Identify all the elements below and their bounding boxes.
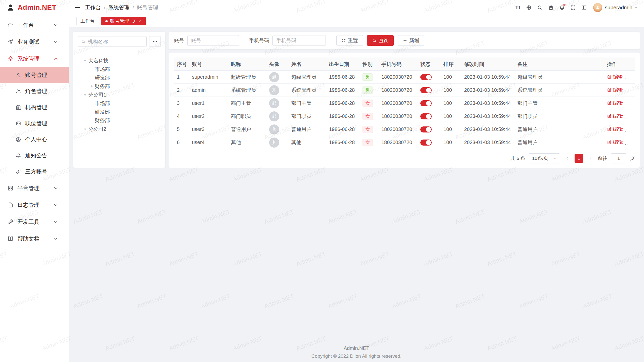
tree-node[interactable]: 分公司1 xyxy=(78,90,161,99)
sidebar-subitem[interactable]: 三方账号 xyxy=(0,164,69,180)
username[interactable]: superadmin xyxy=(605,5,632,11)
users-table: 序号账号昵称头像姓名出生日期性别手机号码状态排序修改时间备注操作1superad… xyxy=(174,58,635,149)
edit-button[interactable]: 编辑 xyxy=(607,113,623,119)
sidebar-item[interactable]: 开发工具 xyxy=(0,213,69,230)
cell-account: admin xyxy=(189,84,228,97)
tree-node[interactable]: 市场部 xyxy=(78,99,161,108)
tab[interactable]: 工作台 xyxy=(76,17,99,25)
org-more-button[interactable] xyxy=(149,36,161,47)
chevron-down-icon xyxy=(53,202,59,208)
cell-birth: 1986-06-28 xyxy=(326,123,359,136)
status-toggle[interactable] xyxy=(420,140,432,146)
layout-config-icon[interactable] xyxy=(579,0,590,15)
cell-modified: 2023-01-03 10:59:44 xyxy=(461,123,514,136)
notification-badge xyxy=(563,4,566,6)
language-icon[interactable] xyxy=(523,0,534,15)
org-search-input[interactable] xyxy=(88,39,143,44)
goto-page-input[interactable] xyxy=(611,153,626,163)
cell-birth: 1986-06-28 xyxy=(326,97,359,110)
user-icon xyxy=(16,72,21,78)
sidebar-item[interactable]: 系统管理 xyxy=(0,50,69,67)
fullscreen-icon[interactable] xyxy=(568,0,579,15)
cell-remark: 部门职员 xyxy=(514,110,601,123)
search-icon xyxy=(372,38,377,43)
cell-nickname: 超级管理员 xyxy=(228,71,266,84)
sidebar-subitem[interactable]: 个人中心 xyxy=(0,131,69,148)
sidebar-item[interactable]: 帮助文档 xyxy=(0,230,69,247)
sidebar-subitem[interactable]: 账号管理 xyxy=(0,67,69,83)
topbar-tools: Tt superadmin xyxy=(512,0,638,15)
status-toggle[interactable] xyxy=(420,126,432,132)
gender-badge: 女 xyxy=(363,126,373,133)
cell-account: superadmin xyxy=(189,71,228,84)
cell-sort: 100 xyxy=(440,110,461,123)
edit-button[interactable]: 编辑 xyxy=(607,100,623,106)
table-row: 5user3普通用户普普通用户1986-06-28女18020030720100… xyxy=(174,123,635,136)
hamburger-icon[interactable] xyxy=(74,5,80,11)
sidebar-subitem-label: 角色管理 xyxy=(25,87,47,95)
tree-node-label: 分公司1 xyxy=(88,92,106,98)
avatar[interactable] xyxy=(593,3,602,12)
sidebar-subitem[interactable]: 角色管理 xyxy=(0,83,69,99)
tab-label: 工作台 xyxy=(80,18,95,24)
footer-title: Admin.NET xyxy=(69,345,644,351)
edit-button[interactable]: 编辑 xyxy=(607,139,623,146)
tree-node[interactable]: 市场部 xyxy=(78,65,161,73)
edit-button[interactable]: 编辑 xyxy=(607,73,623,80)
sidebar-subitem[interactable]: 职位管理 xyxy=(0,115,69,131)
next-page-button[interactable] xyxy=(587,154,594,163)
cell-birth: 1986-06-28 xyxy=(326,71,359,84)
chevron-down-icon[interactable] xyxy=(634,6,638,9)
tree-node[interactable]: 财务部 xyxy=(78,82,161,90)
breadcrumb-item[interactable]: 工作台 xyxy=(85,4,101,11)
status-toggle[interactable] xyxy=(420,100,432,106)
tree-node[interactable]: 大名科技 xyxy=(78,56,161,65)
phone-filter-label: 手机号码 xyxy=(249,37,269,44)
sidebar-item[interactable]: 平台管理 xyxy=(0,180,69,197)
tools-icon xyxy=(8,219,13,225)
bell-icon[interactable] xyxy=(556,0,568,15)
row-avatar: 普 xyxy=(269,124,279,134)
cell-phone: 18020030720 xyxy=(378,71,417,84)
sidebar-item[interactable]: 业务测试 xyxy=(0,33,69,50)
pagination-total: 共 6 条 xyxy=(510,155,525,162)
sidebar-subitem-label: 三方账号 xyxy=(25,168,47,175)
skin-icon[interactable] xyxy=(545,0,556,15)
phone-input[interactable] xyxy=(272,35,326,46)
refresh-icon[interactable] xyxy=(131,19,135,23)
tree-node[interactable]: 研发部 xyxy=(78,73,161,82)
sidebar-item[interactable]: 日志管理 xyxy=(0,197,69,213)
sidebar-subitem[interactable]: 通知公告 xyxy=(0,148,69,164)
page-size-select[interactable]: 10条/页 xyxy=(529,153,560,163)
tree-node[interactable]: 研发部 xyxy=(78,108,161,116)
edit-button[interactable]: 编辑 xyxy=(607,126,623,132)
brand[interactable]: Admin.NET xyxy=(0,0,69,15)
chevron-down-icon xyxy=(53,219,59,225)
tree-node[interactable]: 财务部 xyxy=(78,116,161,125)
sidebar-subitem[interactable]: 机构管理 xyxy=(0,99,69,115)
cell-sort: 100 xyxy=(440,84,461,97)
cell-name: 部门职员 xyxy=(288,110,326,123)
docs-icon xyxy=(8,236,13,242)
cell-nickname: 普通用户 xyxy=(228,123,266,136)
status-toggle[interactable] xyxy=(420,74,432,80)
status-toggle[interactable] xyxy=(420,87,432,93)
tab[interactable]: 账号管理 xyxy=(101,17,146,25)
cell-name: 超级管理员 xyxy=(288,71,326,84)
status-toggle[interactable] xyxy=(420,113,432,119)
tree-node[interactable]: 分公司2 xyxy=(78,125,161,133)
breadcrumb-item[interactable]: 系统管理 xyxy=(108,4,130,11)
reset-button[interactable]: 重置 xyxy=(336,35,363,46)
edit-button[interactable]: 编辑 xyxy=(607,86,623,93)
add-button[interactable]: 新增 xyxy=(398,35,424,46)
close-icon[interactable] xyxy=(138,19,142,23)
query-button[interactable]: 查询 xyxy=(367,35,394,46)
sidebar-item-label: 日志管理 xyxy=(17,201,53,209)
search-icon[interactable] xyxy=(534,0,545,15)
page-number-button[interactable]: 1 xyxy=(575,154,583,163)
font-size-icon[interactable]: Tt xyxy=(512,0,523,15)
account-input[interactable] xyxy=(187,35,239,46)
pagination: 共 6 条 10条/页 1 前往 页 xyxy=(174,153,635,168)
prev-page-button[interactable] xyxy=(564,154,571,163)
sidebar-item[interactable]: 工作台 xyxy=(0,17,69,33)
